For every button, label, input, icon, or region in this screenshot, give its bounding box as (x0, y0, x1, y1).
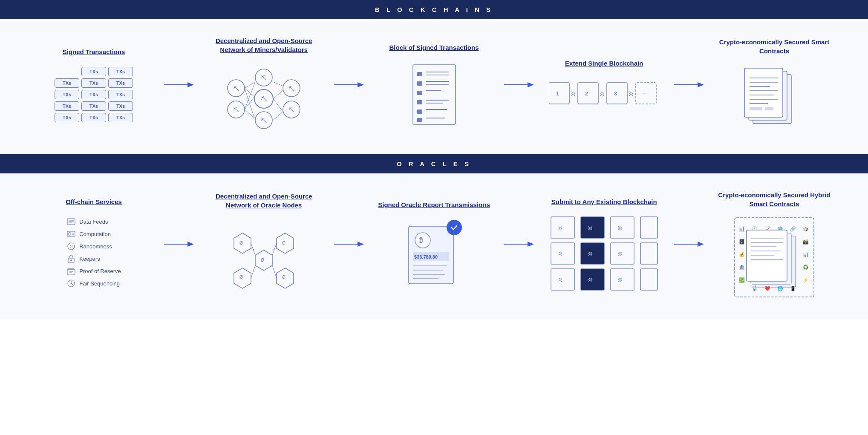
miners-validators-title: Decentralized and Open-Source Network of… (204, 36, 323, 54)
tx-box: TXs (108, 90, 133, 99)
step-oracle-reports: Signed Oracle Report Transmissions ₿ $33… (375, 200, 494, 288)
svg-rect-122 (551, 217, 574, 238)
svg-text:💰: 💰 (739, 251, 745, 257)
svg-text:1: 1 (556, 90, 559, 97)
svg-text:📱: 📱 (790, 285, 796, 291)
offchain-item-randomness: ?! Randomness (66, 242, 121, 251)
svg-text:Ø: Ø (282, 275, 285, 279)
svg-rect-136 (551, 269, 574, 290)
blockchains-header: B L O C K C H A I N S (0, 0, 868, 19)
tx-box: TXs (108, 78, 133, 88)
svg-text:⛓: ⛓ (558, 277, 562, 282)
txs-grid: TXs TXs TXs TXs TXs TXs TXs TXs TXs TXs … (55, 67, 133, 122)
keepers-icon (66, 254, 76, 263)
svg-rect-155 (747, 230, 787, 281)
svg-text:❤️: ❤️ (764, 285, 770, 291)
offchain-item-fair-sequencing: Fair Sequencing (66, 279, 121, 288)
svg-text:Ø: Ø (239, 275, 243, 279)
svg-marker-58 (698, 82, 704, 87)
svg-text:⛓: ⛓ (588, 226, 592, 230)
svg-rect-142 (640, 269, 657, 290)
svg-line-105 (251, 265, 255, 278)
svg-line-12 (245, 82, 255, 109)
oracle-arrow-3 (504, 238, 534, 251)
svg-marker-1 (187, 82, 194, 87)
svg-text:⛓: ⛓ (558, 226, 562, 230)
svg-marker-144 (698, 242, 704, 247)
blockchains-title: B L O C K C H A I N S (375, 6, 493, 13)
svg-text:🗄️: 🗄️ (739, 239, 745, 245)
blockchain-chain-icon: 1 ⛓ 2 ⛓ 3 ⛓ (549, 76, 660, 110)
svg-rect-32 (417, 81, 422, 86)
step-extend-blockchain: Extend Single Blockchain 1 ⛓ 2 ⛓ (545, 59, 664, 110)
computation-icon (66, 229, 76, 239)
block-signed-title: Block of Signed Transactions (389, 43, 479, 52)
svg-text:⛏: ⛏ (288, 107, 294, 113)
computation-label: Computation (79, 231, 111, 237)
hybrid-contract-icon: 📊 🕐 📈 ⚙️ 🔗 🎲 🗄️ (734, 217, 815, 298)
arrow-4 (674, 78, 704, 91)
offchain-item-computation: Computation (66, 229, 121, 239)
svg-text:🔗: 🔗 (790, 226, 796, 232)
svg-text:⛏: ⛏ (233, 85, 239, 92)
svg-rect-76 (69, 233, 71, 235)
svg-text:Ø: Ø (239, 241, 243, 245)
smart-contracts-title: Crypto-economically Secured Smart Contra… (715, 37, 834, 55)
signed-transactions-title: Signed Transactions (63, 47, 125, 56)
oracles-title: O R A C L E S (397, 160, 471, 167)
svg-text:🎲: 🎲 (803, 226, 809, 232)
svg-text:📡: 📡 (752, 285, 758, 291)
oracles-content: Off-chain Services Data Feeds (0, 173, 868, 319)
svg-text:⛏: ⛏ (233, 107, 239, 113)
svg-text:⛓: ⛓ (600, 91, 605, 96)
tx-box: TXs (81, 113, 106, 122)
tx-box: TXs (108, 67, 133, 76)
step-hybrid-contracts: Crypto-economically Secured Hybrid Smart… (715, 190, 834, 298)
arrow-2 (334, 78, 364, 91)
tx-box: TXs (81, 67, 106, 76)
svg-text:⛓: ⛓ (558, 251, 562, 256)
svg-text:$33.780,80: $33.780,80 (414, 254, 438, 259)
svg-text:⛓: ⛓ (618, 277, 622, 282)
step-smart-contracts: Crypto-economically Secured Smart Contra… (715, 37, 834, 132)
offchain-item-keepers: Keepers (66, 254, 121, 263)
svg-text:⛏: ⛏ (288, 85, 294, 92)
data-feeds-icon (66, 217, 76, 226)
oracle-arrow-4 (674, 238, 704, 251)
svg-rect-40 (417, 109, 422, 114)
svg-point-82 (70, 259, 72, 261)
svg-rect-128 (640, 217, 657, 238)
oracle-network-icon: Ø Ø Ø Ø Ø (221, 220, 306, 297)
step-miners-validators: Decentralized and Open-Source Network of… (204, 36, 323, 133)
tx-box: TXs (55, 78, 79, 88)
svg-text:🌐: 🌐 (777, 285, 783, 291)
fair-sequencing-icon (66, 279, 76, 288)
svg-text:⛓: ⛓ (618, 226, 622, 230)
svg-rect-135 (640, 243, 657, 264)
step-oracle-nodes: Decentralized and Open-Source Network of… (204, 192, 323, 297)
tx-box: TXs (55, 113, 79, 122)
svg-marker-121 (528, 242, 534, 247)
svg-line-18 (273, 112, 283, 120)
data-feeds-label: Data Feeds (79, 219, 108, 225)
tx-box: TXs (108, 101, 133, 111)
svg-rect-83 (67, 270, 75, 275)
miners-network-icon: ⛏ ⛏ ⛏ ⛏ ⛏ ⛏ ⛏ (225, 65, 302, 133)
extend-blockchain-title: Extend Single Blockchain (565, 59, 643, 68)
tx-box: TXs (55, 101, 79, 111)
block-list-icon (411, 63, 458, 127)
svg-line-16 (273, 90, 283, 99)
svg-text:💹: 💹 (739, 277, 745, 283)
oracle-reports-title: Signed Oracle Report Transmissions (378, 200, 490, 209)
randomness-icon: ?! (66, 242, 76, 251)
svg-text:⛓: ⛓ (588, 251, 592, 256)
svg-text:2: 2 (585, 90, 588, 97)
svg-rect-69 (750, 107, 762, 110)
svg-text:Ø: Ø (261, 258, 264, 262)
oracle-report-container: ₿ $33.780,80 (407, 220, 462, 288)
proof-reserve-icon (66, 266, 76, 276)
offchain-list: Data Feeds Computation (66, 217, 121, 291)
tx-box: TXs (81, 78, 106, 88)
smart-contract-icon (740, 66, 808, 132)
offchain-item-proof-reserve: Proof of Reserve (66, 266, 121, 276)
